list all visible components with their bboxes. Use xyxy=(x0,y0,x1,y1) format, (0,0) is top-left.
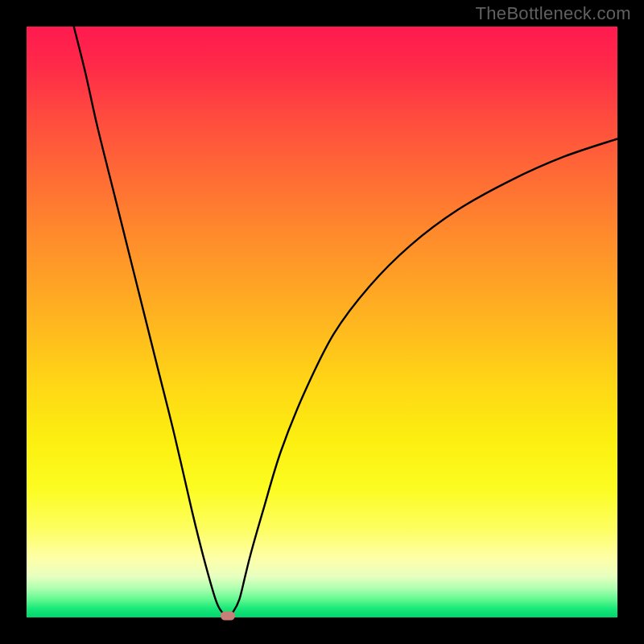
chart-svg xyxy=(27,27,617,617)
bottleneck-curve xyxy=(74,27,617,617)
watermark-text: TheBottleneck.com xyxy=(476,3,631,24)
optimal-point-marker xyxy=(221,612,235,621)
